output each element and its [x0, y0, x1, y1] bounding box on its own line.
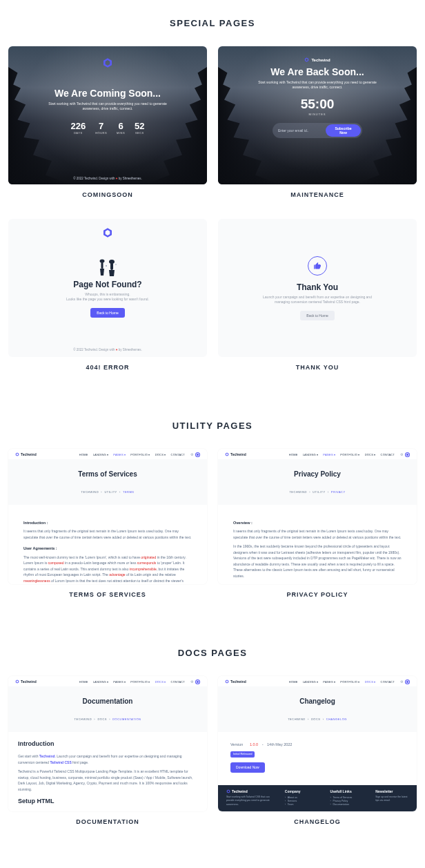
- svg-point-5: [115, 264, 117, 265]
- 404-illustration: [96, 259, 119, 277]
- nav-items[interactable]: HOMELANDING ▾PAGES ▾PORTFOLIO ▾DOCS ▾CON…: [79, 680, 185, 684]
- user-icon[interactable]: [195, 679, 200, 684]
- user-icon[interactable]: [405, 679, 410, 684]
- page-title: Privacy Policy: [294, 470, 341, 478]
- documentation-preview[interactable]: Techwind HOMELANDING ▾PAGES ▾PORTFOLIO ▾…: [8, 676, 207, 811]
- intro-text: It seems that only fragments of the orig…: [23, 528, 192, 540]
- comingsoon-preview[interactable]: We Are Coming Soon... Start working with…: [8, 46, 207, 184]
- download-button[interactable]: Download Now: [230, 762, 265, 773]
- page-title: Documentation: [83, 697, 133, 705]
- card-changelog: Techwind HOMELANDING ▾PAGES ▾PORTFOLIO ▾…: [218, 676, 417, 829]
- card-comingsoon: We Are Coming Soon... Start working with…: [8, 46, 207, 202]
- doc-p2: Techwind is a Powerful Tailwind CSS Mult…: [18, 769, 197, 792]
- navbar: Techwind HOMELANDING ▾PAGES ▾PORTFOLIO ▾…: [218, 677, 417, 686]
- card-label: THANK YOU: [218, 364, 417, 371]
- gear-icon[interactable]: ⚙: [190, 679, 193, 684]
- 404-footer: © 2022 Techwind. Design with ♥ by Shreet…: [8, 348, 207, 351]
- user-icon[interactable]: [195, 452, 200, 457]
- 404-title: Page Not Found?: [73, 280, 141, 289]
- breadcrumb: TECHWIND › DOCS › DOCUMENTATION: [75, 717, 141, 721]
- logo-icon: [102, 57, 113, 68]
- card-label: PRIVACY POLICY: [218, 591, 417, 598]
- thankyou-subtitle: Launch your campaign and benefit from ou…: [255, 295, 379, 305]
- thankyou-title: Thank You: [297, 282, 338, 292]
- countdown: 226DAYS 7HOURS 6MINS 52SECS: [70, 121, 144, 135]
- gear-icon[interactable]: ⚙: [190, 452, 193, 456]
- navbar: Techwind HOMELANDING ▾PAGES ▾PORTFOLIO ▾…: [8, 450, 207, 459]
- agreements-heading: User Agreements :: [23, 546, 192, 552]
- brand: Techwind: [304, 57, 330, 62]
- maintenance-time-label: MINUTES: [309, 113, 326, 116]
- changelog-preview[interactable]: Techwind HOMELANDING ▾PAGES ▾PORTFOLIO ▾…: [218, 676, 417, 811]
- gear-icon[interactable]: ⚙: [400, 679, 403, 684]
- thumbsup-icon: [308, 256, 327, 276]
- email-input[interactable]: [274, 126, 326, 135]
- card-label: TERMS OF SERVICES: [8, 591, 207, 598]
- comingsoon-title: We Are Coming Soon...: [55, 88, 161, 99]
- page-footer: Techwind Start working with Tailwind CSS…: [218, 785, 417, 811]
- breadcrumb: TECHWIND › UTILITY › TERMS: [81, 490, 135, 494]
- 404-subtitle: Whoops, this is embarassing.Looks like t…: [66, 292, 149, 302]
- overview-text-2: In the 1960s, the text suddenly became k…: [233, 543, 402, 579]
- page-title: Terms of Services: [78, 470, 137, 478]
- privacy-preview[interactable]: Techwind HOMELANDING ▾PAGES ▾PORTFOLIO ▾…: [218, 449, 417, 584]
- 404-preview[interactable]: Page Not Found? Whoops, this is embarass…: [8, 219, 207, 357]
- navbar: Techwind HOMELANDING ▾PAGES ▾PORTFOLIO ▾…: [218, 450, 417, 459]
- section-title-utility: UTILITY PAGES: [0, 421, 425, 431]
- card-404: Page Not Found? Whoops, this is embarass…: [8, 219, 207, 375]
- terms-preview[interactable]: Techwind HOMELANDING ▾PAGES ▾PORTFOLIO ▾…: [8, 449, 207, 584]
- comingsoon-subtitle: Start working with Techwind that can pro…: [46, 102, 170, 111]
- user-icon[interactable]: [405, 452, 410, 457]
- doc-h2: Setup HTML: [18, 796, 197, 807]
- comingsoon-footer: © 2022 Techwind. Design with ♥ by Shreet…: [8, 177, 207, 180]
- subscribe-button[interactable]: Subscribe Now: [326, 124, 361, 137]
- card-privacy: Techwind HOMELANDING ▾PAGES ▾PORTFOLIO ▾…: [218, 449, 417, 602]
- card-terms: Techwind HOMELANDING ▾PAGES ▾PORTFOLIO ▾…: [8, 449, 207, 602]
- maintenance-title: We Are Back Soon...: [270, 66, 364, 77]
- section-title-docs: DOCS PAGES: [0, 648, 425, 658]
- maintenance-preview[interactable]: Techwind We Are Back Soon... Start worki…: [218, 46, 417, 184]
- navbar: Techwind HOMELANDING ▾PAGES ▾PORTFOLIO ▾…: [8, 677, 207, 686]
- doc-p1: Get start with Techwind. Launch your cam…: [18, 753, 197, 765]
- page-title: Changelog: [299, 697, 335, 705]
- intro-heading: Introduction :: [23, 520, 192, 526]
- version-row: Version 1.0.0 - 14th May 2022: [230, 742, 404, 748]
- card-label: 404! ERROR: [8, 364, 207, 371]
- gear-icon[interactable]: ⚙: [400, 452, 403, 456]
- nav-items[interactable]: HOMELANDING ▾PAGES ▾PORTFOLIO ▾DOCS ▾CON…: [289, 680, 395, 684]
- card-thankyou: Thank You Launch your campaign and benef…: [218, 219, 417, 375]
- release-badge: Initial Released: [230, 751, 255, 758]
- card-label: COMINGSOON: [8, 191, 207, 198]
- subscribe-form: Subscribe Now: [273, 123, 362, 138]
- card-maintenance: Techwind We Are Back Soon... Start worki…: [218, 46, 417, 202]
- svg-rect-1: [101, 262, 103, 269]
- card-label: DOCUMENTATION: [8, 818, 207, 825]
- overview-heading: Overview :: [233, 520, 402, 526]
- back-home-button[interactable]: Back to Home: [300, 311, 334, 320]
- nav-items[interactable]: HOMELANDING ▾PAGES ▾PORTFOLIO ▾DOCS ▾CON…: [289, 453, 395, 456]
- maintenance-time: 55:00: [301, 97, 335, 112]
- svg-rect-3: [110, 262, 113, 270]
- breadcrumb: TECHWIND › DOCS › CHANGELOG: [288, 717, 347, 721]
- svg-point-4: [106, 265, 107, 267]
- back-home-button[interactable]: Back to Home: [90, 308, 124, 318]
- section-title-special: SPECIAL PAGES: [0, 18, 425, 28]
- card-label: CHANGELOG: [218, 818, 417, 825]
- breadcrumb: TECHWIND › UTILITY › PRIVACY: [289, 490, 345, 494]
- thankyou-preview[interactable]: Thank You Launch your campaign and benef…: [218, 219, 417, 357]
- maintenance-subtitle: Start working with Techwind that can pro…: [255, 80, 379, 90]
- overview-text-1: It seems that only fragments of the orig…: [233, 528, 402, 540]
- nav-items[interactable]: HOMELANDING ▾PAGES ▾PORTFOLIO ▾DOCS ▾CON…: [79, 453, 185, 456]
- agreements-text: The most well-known dummy text is the 'L…: [23, 554, 192, 584]
- doc-h1: Introduction: [18, 739, 197, 749]
- card-label: MAINTENANCE: [218, 191, 417, 198]
- card-documentation: Techwind HOMELANDING ▾PAGES ▾PORTFOLIO ▾…: [8, 676, 207, 829]
